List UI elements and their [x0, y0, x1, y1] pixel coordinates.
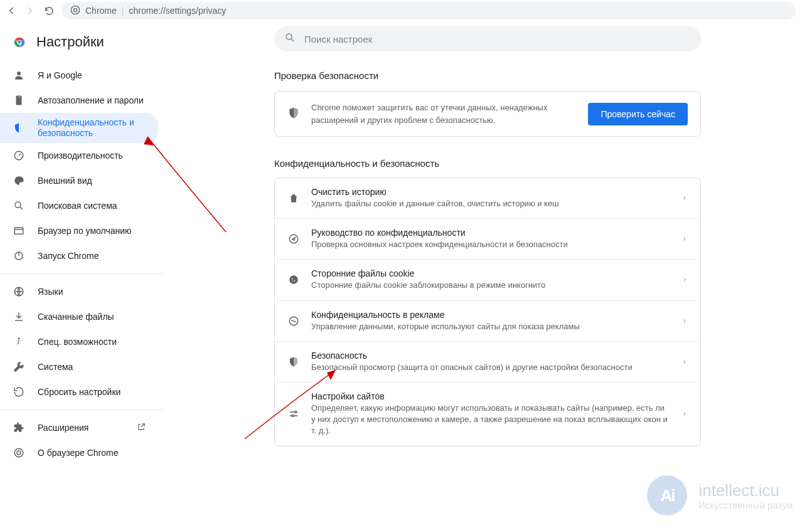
cookie-icon	[287, 273, 300, 286]
settings-search[interactable]	[274, 26, 701, 51]
sidebar-item-about[interactable]: О браузере Chrome	[0, 440, 158, 465]
main-content: Проверка безопасности Chrome поможет защ…	[163, 21, 812, 465]
sidebar-item-you-and-google[interactable]: Я и Google	[0, 63, 158, 88]
row-cookies[interactable]: Сторонние файлы cookie Сторонние файлы c…	[275, 259, 700, 300]
sidebar-item-label: Я и Google	[38, 70, 146, 80]
svg-point-17	[292, 278, 293, 280]
sidebar-item-label: Спец. возможности	[38, 337, 146, 347]
sidebar-item-extensions[interactable]: Расширения	[0, 415, 158, 440]
svg-point-18	[294, 280, 296, 282]
person-icon	[13, 69, 25, 82]
privacy-section-heading: Конфиденциальность и безопасность	[274, 158, 701, 169]
sidebar-item-label: О браузере Chrome	[38, 448, 146, 458]
sidebar-item-performance[interactable]: Производительность	[0, 143, 158, 168]
sidebar-item-reset[interactable]: Сбросить настройки	[0, 379, 158, 404]
sidebar-item-label: Система	[38, 362, 146, 372]
svg-point-14	[286, 34, 292, 40]
chrome-logo-icon	[13, 35, 26, 49]
shield-icon	[287, 107, 300, 122]
sidebar-header: Настройки	[0, 30, 163, 63]
wrench-icon	[13, 361, 25, 373]
row-security[interactable]: Безопасность Безопасный просмотр (защита…	[275, 341, 700, 382]
chrome-outline-icon	[13, 446, 25, 459]
row-title: Очистить историю	[311, 187, 670, 197]
chevron-right-icon	[681, 315, 688, 327]
row-subtitle: Безопасный просмотр (защита от опасных с…	[311, 362, 670, 373]
svg-point-5	[17, 71, 21, 75]
sidebar-item-label: Автозаполнение и пароли	[38, 95, 146, 105]
row-clear-browsing-data[interactable]: Очистить историю Удалить файлы cookie и …	[275, 178, 700, 218]
row-subtitle: Удалить файлы cookie и данные сайтов, оч…	[311, 198, 670, 209]
sidebar-item-label: Сбросить настройки	[38, 387, 146, 397]
search-icon	[13, 199, 25, 212]
external-link-icon	[137, 423, 146, 433]
privacy-list: Очистить историю Удалить файлы cookie и …	[274, 177, 701, 446]
svg-point-19	[292, 281, 294, 282]
watermark-subtitle: Искусственный разум	[698, 500, 793, 510]
sidebar-item-privacy[interactable]: Конфиденциальность и безопасность	[0, 113, 158, 143]
safety-check-card: Chrome поможет защитить вас от утечки да…	[274, 91, 701, 137]
ads-icon	[287, 315, 300, 327]
sidebar-item-label: Конфиденциальность и безопасность	[38, 117, 146, 139]
clipboard-icon	[13, 94, 25, 107]
globe-icon	[13, 285, 25, 298]
settings-search-input[interactable]	[304, 34, 691, 45]
watermark-title: intellect.icu	[698, 481, 793, 500]
sidebar-item-appearance[interactable]: Внешний вид	[0, 168, 158, 193]
row-site-settings[interactable]: Настройки сайтов Определяет, какую инфор…	[275, 382, 700, 446]
sidebar-divider	[0, 273, 163, 274]
palette-icon	[13, 174, 25, 187]
sidebar-item-languages[interactable]: Языки	[0, 279, 158, 304]
address-bar[interactable]: Chrome | chrome://settings/privacy	[61, 2, 796, 19]
power-icon	[13, 250, 25, 262]
sidebar-item-autofill[interactable]: Автозаполнение и пароли	[0, 88, 158, 113]
trash-icon	[287, 192, 300, 204]
svg-point-1	[73, 8, 77, 11]
forward-icon[interactable]	[24, 4, 36, 17]
reload-icon[interactable]	[43, 4, 55, 17]
download-icon	[13, 310, 25, 323]
sidebar-item-default-browser[interactable]: Браузер по умолчанию	[0, 218, 158, 243]
omnibox-url: chrome://settings/privacy	[129, 6, 226, 16]
sidebar-item-label: Скачанные файлы	[38, 312, 146, 322]
row-title: Безопасность	[311, 351, 670, 361]
shield-icon	[13, 122, 25, 134]
sidebar-item-accessibility[interactable]: Спец. возможности	[0, 329, 158, 354]
svg-point-22	[292, 415, 294, 417]
sidebar-item-label: Браузер по умолчанию	[38, 226, 146, 236]
sidebar: Настройки Я и Google Автозаполнение и па…	[0, 21, 163, 465]
sidebar-item-on-startup[interactable]: Запуск Chrome	[0, 243, 158, 268]
safety-check-heading: Проверка безопасности	[274, 70, 701, 81]
row-subtitle: Сторонние файлы cookie заблокированы в р…	[311, 280, 670, 291]
row-title: Сторонние файлы cookie	[311, 268, 670, 278]
svg-point-16	[289, 276, 298, 285]
watermark-logo-icon: Ai	[647, 475, 687, 515]
row-privacy-guide[interactable]: Руководство по конфиденциальности Провер…	[275, 218, 700, 259]
safety-check-description: Chrome поможет защитить вас от утечки да…	[311, 102, 577, 126]
row-ad-privacy[interactable]: Конфиденциальность в рекламе Управление …	[275, 300, 700, 341]
browser-toolbar: Chrome | chrome://settings/privacy	[0, 0, 812, 21]
compass-icon	[287, 233, 300, 245]
svg-point-11	[18, 337, 20, 339]
chevron-right-icon	[681, 274, 688, 285]
chrome-favicon-icon	[70, 5, 80, 17]
sidebar-divider	[0, 409, 163, 410]
search-icon	[284, 32, 296, 46]
sidebar-item-label: Поисковая система	[38, 201, 146, 211]
watermark: Ai intellect.icu Искусственный разум	[647, 475, 793, 515]
row-subtitle: Определяет, какую информацию могут испол…	[311, 403, 670, 437]
row-title: Настройки сайтов	[311, 391, 670, 401]
check-now-button[interactable]: Проверить сейчас	[588, 103, 688, 125]
sidebar-item-label: Расширения	[38, 423, 120, 433]
svg-point-0	[71, 6, 79, 14]
svg-point-7	[15, 202, 21, 208]
sidebar-item-downloads[interactable]: Скачанные файлы	[0, 304, 158, 329]
shield-half-icon	[287, 356, 300, 368]
svg-point-13	[17, 451, 21, 455]
back-icon[interactable]	[5, 4, 18, 17]
extension-icon	[13, 421, 25, 434]
tune-icon	[287, 408, 300, 420]
sidebar-item-search-engine[interactable]: Поисковая система	[0, 193, 158, 218]
sidebar-item-system[interactable]: Система	[0, 354, 158, 379]
accessibility-icon	[13, 335, 25, 348]
